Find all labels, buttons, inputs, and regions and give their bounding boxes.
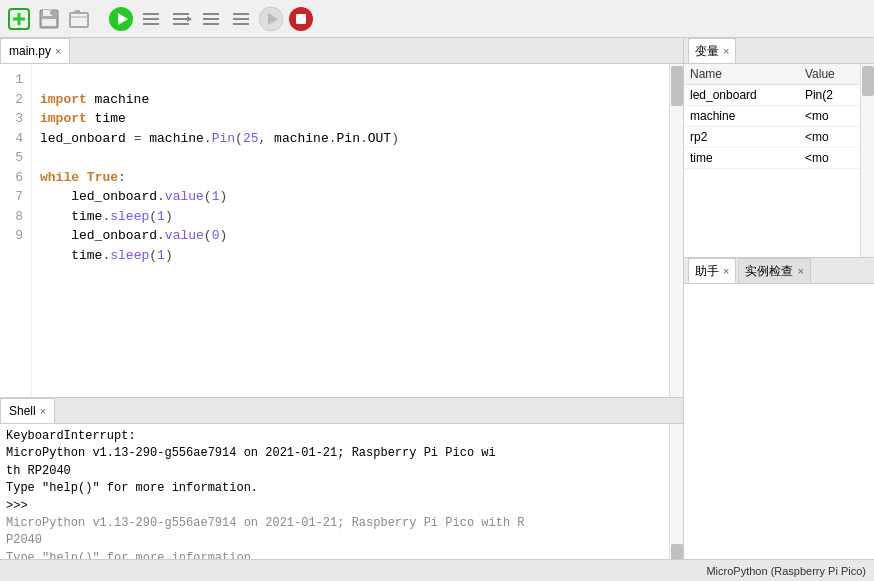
svg-rect-26	[296, 14, 306, 24]
var-row-time: time <mo	[684, 148, 860, 169]
svg-rect-13	[173, 13, 189, 15]
line-num-8: 8	[8, 207, 23, 227]
status-bar: MicroPython (Raspberry Pi Pico)	[0, 559, 874, 581]
variables-tab-label: 变量	[695, 43, 719, 60]
shell-content: KeyboardInterrupt: MicroPython v1.13-290…	[0, 424, 683, 559]
resume-button[interactable]	[258, 6, 284, 32]
shell-line-8: Type "help()" for more information.	[6, 550, 663, 559]
shell-line-4: Type "help()" for more information.	[6, 480, 663, 497]
var-row-machine: machine <mo	[684, 106, 860, 127]
var-name-machine: machine	[684, 106, 799, 127]
svg-rect-12	[143, 23, 159, 25]
helper-tab[interactable]: 助手 ×	[688, 258, 736, 283]
left-panel: main.py × 1 2 3 4 5 6 7 8 9 import machi…	[0, 38, 684, 559]
code-line-7: time.sleep(1)	[40, 209, 173, 224]
svg-rect-15	[173, 23, 189, 25]
line-num-2: 2	[8, 90, 23, 110]
code-line-6: led_onboard.value(1)	[40, 189, 227, 204]
svg-rect-17	[203, 13, 219, 15]
svg-rect-18	[203, 18, 219, 20]
var-value-led: Pin(2	[799, 85, 860, 106]
svg-rect-20	[233, 13, 249, 15]
variables-table: Name Value led_onboard Pin(2 machine	[684, 64, 860, 169]
svg-rect-14	[173, 18, 189, 20]
var-col-name: Name	[684, 64, 799, 85]
shell-scrollbar[interactable]	[669, 424, 683, 559]
run-button[interactable]	[108, 6, 134, 32]
line-num-7: 7	[8, 187, 23, 207]
svg-rect-6	[50, 10, 52, 14]
svg-rect-5	[42, 19, 56, 26]
toolbar	[0, 0, 874, 38]
instance-tab-close[interactable]: ×	[797, 266, 803, 277]
editor-scrollbar[interactable]	[669, 64, 683, 397]
load-button[interactable]	[66, 6, 92, 32]
line-num-1: 1	[8, 70, 23, 90]
var-value-rp2: <mo	[799, 127, 860, 148]
new-file-button[interactable]	[6, 6, 32, 32]
code-line-3: led_onboard = machine.Pin(25, machine.Pi…	[40, 131, 399, 146]
shell-line-2: MicroPython v1.13-290-g556ae7914 on 2021…	[6, 445, 663, 462]
code-line-5: while True:	[40, 170, 126, 185]
var-name-rp2: rp2	[684, 127, 799, 148]
code-line-9: time.sleep(1)	[40, 248, 173, 263]
shell-line-5: >>>	[6, 498, 663, 515]
stop-button[interactable]	[288, 6, 314, 32]
shell-tab-label: Shell	[9, 404, 36, 418]
svg-rect-22	[233, 23, 249, 25]
instance-tab-label: 实例检查	[745, 263, 793, 280]
helper-content[interactable]	[684, 284, 874, 559]
shell-section: Shell × KeyboardInterrupt: MicroPython v…	[0, 398, 683, 559]
line-num-5: 5	[8, 148, 23, 168]
instance-tab[interactable]: 实例检查 ×	[738, 258, 810, 283]
status-text: MicroPython (Raspberry Pi Pico)	[706, 565, 866, 577]
right-panel: 变量 × Name Value	[684, 38, 874, 559]
shell-tab-close[interactable]: ×	[40, 406, 46, 417]
debug-step2-button[interactable]	[168, 6, 194, 32]
variables-scrollbar[interactable]	[860, 64, 874, 257]
code-area[interactable]: import machine import time led_onboard =…	[32, 64, 669, 397]
debug-step3-button[interactable]	[198, 6, 224, 32]
variables-tab-bar: 变量 ×	[684, 38, 874, 64]
shell-text[interactable]: KeyboardInterrupt: MicroPython v1.13-290…	[0, 424, 669, 559]
shell-tab[interactable]: Shell ×	[0, 398, 55, 423]
variables-scrollbar-thumb[interactable]	[862, 66, 874, 96]
helper-tab-close[interactable]: ×	[723, 266, 729, 277]
editor-tab-label: main.py	[9, 44, 51, 58]
main-area: main.py × 1 2 3 4 5 6 7 8 9 import machi…	[0, 38, 874, 559]
debug-step1-button[interactable]	[138, 6, 164, 32]
svg-rect-7	[70, 13, 88, 27]
line-num-9: 9	[8, 226, 23, 246]
line-num-3: 3	[8, 109, 23, 129]
save-button[interactable]	[36, 6, 62, 32]
shell-tab-bar: Shell ×	[0, 398, 683, 424]
variables-tab-close[interactable]: ×	[723, 46, 729, 57]
variables-content: Name Value led_onboard Pin(2 machine	[684, 64, 860, 257]
shell-line-3: th RP2040	[6, 463, 663, 480]
editor-content: 1 2 3 4 5 6 7 8 9 import machine import …	[0, 64, 683, 397]
editor-scrollbar-thumb[interactable]	[671, 66, 683, 106]
svg-marker-16	[187, 16, 192, 22]
editor-tab-main[interactable]: main.py ×	[0, 38, 70, 63]
svg-rect-11	[143, 18, 159, 20]
svg-rect-19	[203, 23, 219, 25]
shell-scrollbar-thumb[interactable]	[671, 544, 683, 559]
variables-tab[interactable]: 变量 ×	[688, 38, 736, 63]
var-value-machine: <mo	[799, 106, 860, 127]
code-line-2: import time	[40, 111, 126, 126]
shell-line-7: P2040	[6, 532, 663, 549]
var-row-rp2: rp2 <mo	[684, 127, 860, 148]
var-col-value: Value	[799, 64, 860, 85]
debug-step4-button[interactable]	[228, 6, 254, 32]
svg-rect-10	[143, 13, 159, 15]
var-name-time: time	[684, 148, 799, 169]
var-name-led: led_onboard	[684, 85, 799, 106]
svg-rect-21	[233, 18, 249, 20]
editor-tab-close[interactable]: ×	[55, 46, 61, 57]
code-line-1: import machine	[40, 92, 149, 107]
editor-tab-bar: main.py ×	[0, 38, 683, 64]
line-numbers: 1 2 3 4 5 6 7 8 9	[0, 64, 32, 397]
shell-line-6: MicroPython v1.13-290-g556ae7914 on 2021…	[6, 515, 663, 532]
editor-section: main.py × 1 2 3 4 5 6 7 8 9 import machi…	[0, 38, 683, 398]
variables-panel: 变量 × Name Value	[684, 38, 874, 258]
